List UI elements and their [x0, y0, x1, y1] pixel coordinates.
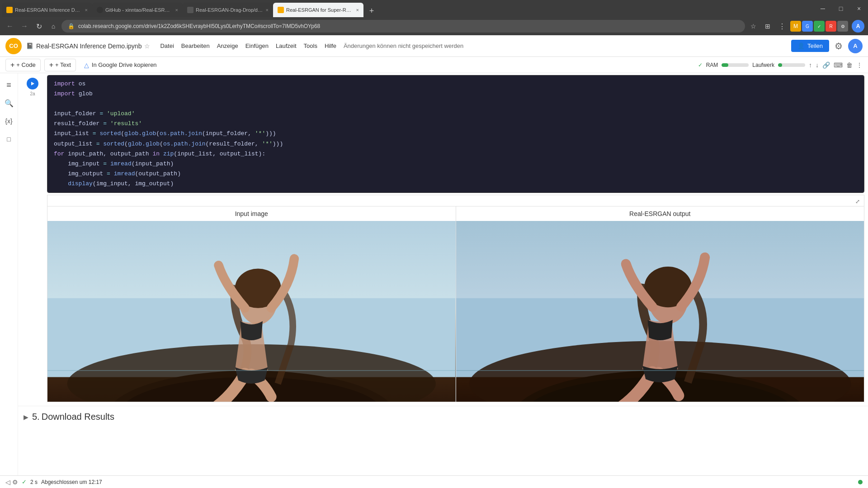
window-minimize[interactable]: ─: [814, 0, 832, 17]
tab-1[interactable]: Real-ESRGAN Inference Demo.i... ×: [2, 3, 92, 17]
add-code-button[interactable]: + + Code: [5, 59, 41, 71]
profile-avatar-browser[interactable]: A: [852, 20, 864, 33]
back-button[interactable]: ←: [4, 20, 16, 33]
home-button[interactable]: ⌂: [47, 20, 60, 33]
star-icon[interactable]: ☆: [144, 42, 150, 50]
share-button[interactable]: 👤 Teilen: [791, 40, 829, 52]
status-checkmark: ✓: [22, 479, 27, 485]
sidebar-menu-icon[interactable]: ≡: [1, 77, 17, 93]
left-sidebar-bottom-icons: ◁ ⚙: [5, 479, 18, 486]
cell-output-header: ⤢: [47, 195, 864, 206]
profile-avatar[interactable]: A: [848, 39, 863, 53]
plus-icon-text: +: [49, 61, 53, 69]
tab-2[interactable]: GitHub - xinntao/Real-ESRGAN:... ×: [92, 3, 183, 17]
menu-hilfe[interactable]: Hilfe: [321, 41, 340, 51]
output-expand-icon[interactable]: ⤢: [853, 197, 862, 206]
colab-body: ≡ 🔍 {x} □ 2a import os import glob input…: [0, 73, 868, 475]
nav-action-bookmark[interactable]: ☆: [747, 20, 760, 33]
share-icon: 👤: [797, 42, 805, 49]
drive-icon: △: [84, 61, 89, 69]
menu-einfuegen[interactable]: Einfügen: [242, 41, 272, 51]
code-cell-body[interactable]: import os import glob input_folder = 'up…: [47, 75, 864, 193]
output-photo-svg: [456, 221, 864, 402]
section-5-number: 5.: [32, 412, 40, 422]
menu-laufzeit[interactable]: Laufzeit: [272, 41, 300, 51]
input-image-container: [47, 221, 456, 402]
tab-3[interactable]: Real-ESRGAN-Drag-Drop/drag... ×: [183, 3, 273, 17]
notebook-icon: 📓: [26, 42, 33, 49]
ext-3[interactable]: ✓: [814, 21, 825, 32]
toolbar-arrow-up[interactable]: ↑: [809, 61, 812, 69]
forward-button[interactable]: →: [18, 20, 31, 33]
nav-action-menu[interactable]: ⋮: [776, 20, 788, 33]
notebook-title[interactable]: Real-ESRGAN Inference Demo.ipynb: [36, 42, 142, 50]
ram-area: ✓ RAM Laufwerk ↑ ↓ 🔗 ⌨ 🗑 ⋮: [698, 61, 863, 69]
output-image-panel: Real-ESRGAN output: [456, 206, 864, 402]
sidebar-variables-icon[interactable]: {x}: [1, 113, 17, 129]
section-5-row: ▶ 5. Download Results: [18, 406, 868, 427]
input-photo-svg: [47, 221, 456, 402]
settings-button[interactable]: ⚙: [835, 41, 843, 52]
new-tab-button[interactable]: +: [365, 5, 378, 17]
toolbar-code-view[interactable]: ⌨: [834, 61, 843, 69]
image-comparison-output: Input image: [47, 206, 864, 402]
svg-marker-0: [31, 82, 34, 85]
ext-1[interactable]: M: [790, 21, 801, 32]
nav-bar: ← → ↻ ⌂ 🔒 colab.research.google.com/driv…: [0, 17, 868, 35]
bottom-sidebar-icon-2[interactable]: ⚙: [12, 479, 18, 486]
address-bar[interactable]: 🔒 colab.research.google.com/drive/1k2Zod…: [61, 20, 745, 33]
tab-2-close[interactable]: ×: [175, 7, 178, 13]
ext-5[interactable]: ⚙: [837, 21, 848, 32]
sidebar-search-icon[interactable]: 🔍: [1, 95, 17, 111]
section-chevron-icon[interactable]: ▶: [24, 413, 28, 421]
ram-label: RAM: [706, 62, 718, 68]
toolbar-delete[interactable]: 🗑: [846, 61, 853, 69]
tab-bar: Real-ESRGAN Inference Demo.i... × GitHub…: [0, 0, 868, 17]
extension-icons: M G ✓ R ⚙: [790, 21, 848, 32]
url-text: colab.research.google.com/drive/1k2Zod6k…: [78, 23, 739, 29]
tab-1-title: Real-ESRGAN Inference Demo.i...: [15, 7, 83, 13]
toolbar-arrow-down[interactable]: ↓: [816, 61, 819, 69]
colab-logo: CO: [5, 38, 22, 54]
menu-datei[interactable]: Datei: [156, 41, 177, 51]
section-5-title: Download Results: [42, 412, 114, 422]
tab-4-title: Real-ESRGAN for Super-Resolu...: [286, 7, 354, 13]
status-duration: 2 s: [30, 479, 38, 485]
toolbar-link[interactable]: 🔗: [822, 61, 830, 69]
tab-4-favicon: [278, 7, 284, 13]
bottom-sidebar-icon-1[interactable]: ◁: [5, 479, 10, 486]
window-close[interactable]: ×: [850, 0, 868, 17]
nav-action-extensions[interactable]: ⊞: [761, 20, 774, 33]
ram-fill: [722, 63, 728, 67]
add-text-button[interactable]: + + Text: [44, 59, 76, 71]
browser-chrome: Real-ESRGAN Inference Demo.i... × GitHub…: [0, 0, 868, 35]
input-image-label: Input image: [47, 206, 456, 221]
cell-run-button[interactable]: [27, 78, 38, 89]
menu-tools[interactable]: Tools: [300, 41, 321, 51]
output-cell: ⤢ Input image: [47, 195, 864, 402]
refresh-button[interactable]: ↻: [33, 20, 45, 33]
status-time-text: Abgeschlossen um 12:17: [41, 479, 102, 485]
toolbar-more[interactable]: ⋮: [856, 61, 863, 69]
plus-icon-code: +: [10, 61, 14, 69]
code-content[interactable]: import os import glob input_folder = 'up…: [47, 75, 864, 192]
tab-3-close[interactable]: ×: [266, 7, 269, 13]
menu-anzeige[interactable]: Anzeige: [213, 41, 242, 51]
tab-1-favicon: [6, 7, 13, 13]
ext-2[interactable]: G: [802, 21, 813, 32]
menu-bearbeiten[interactable]: Bearbeiten: [178, 41, 213, 51]
colab-app: CO 📓 Real-ESRGAN Inference Demo.ipynb ☆ …: [0, 35, 868, 488]
cell-gutter: 2a: [18, 75, 47, 96]
main-content: 2a import os import glob input_folder = …: [18, 73, 868, 475]
output-cell-left-bar: ⤢: [47, 195, 864, 206]
window-maximize[interactable]: □: [832, 0, 850, 17]
tab-4-active[interactable]: Real-ESRGAN for Super-Resolu... ×: [273, 3, 363, 17]
drive-copy-button[interactable]: △ In Google Drive kopieren: [80, 60, 161, 70]
ext-4[interactable]: R: [826, 21, 836, 32]
tab-1-close[interactable]: ×: [85, 7, 88, 13]
tab-3-title: Real-ESRGAN-Drag-Drop/drag...: [196, 7, 264, 13]
sidebar-files-icon[interactable]: □: [1, 131, 17, 147]
text-label: + Text: [55, 61, 71, 68]
share-label: Teilen: [807, 42, 823, 49]
tab-4-close[interactable]: ×: [356, 7, 359, 13]
